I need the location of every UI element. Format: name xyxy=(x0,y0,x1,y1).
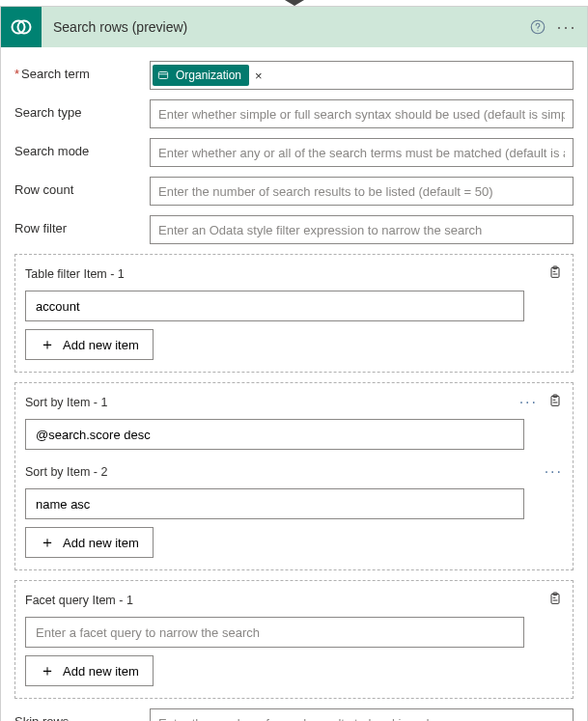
skip-rows-input[interactable] xyxy=(150,708,574,721)
plus-icon: ＋ xyxy=(40,337,55,352)
sort-by-group: Sort by Item - 1 ··· Sort by Item - 2 ··… xyxy=(14,382,574,570)
card-header: Search rows (preview) ··· xyxy=(1,7,587,47)
row-count-label: Row count xyxy=(14,177,150,197)
dynamic-token-organization[interactable]: Organization xyxy=(153,65,249,86)
row-filter-label: Row filter xyxy=(14,215,150,236)
dataverse-logo xyxy=(1,7,42,47)
facet-query-group: Facet query Item - 1 ＋Add new item xyxy=(14,580,574,699)
search-type-input[interactable] xyxy=(150,99,574,128)
add-table-filter-item-button[interactable]: ＋Add new item xyxy=(25,329,154,360)
item-menu-button[interactable]: ··· xyxy=(545,463,563,481)
clipboard-icon[interactable] xyxy=(547,264,563,283)
token-icon xyxy=(156,69,170,82)
row-filter-input[interactable] xyxy=(150,215,574,244)
add-facet-item-button[interactable]: ＋Add new item xyxy=(25,655,154,686)
sort-by-item-2-label: Sort by Item - 2 xyxy=(25,465,545,479)
plus-icon: ＋ xyxy=(40,535,55,550)
action-card: Search rows (preview) ··· *Search term O… xyxy=(0,6,588,721)
facet-item-1-input[interactable] xyxy=(25,617,524,648)
clipboard-icon[interactable] xyxy=(547,591,563,609)
search-term-input[interactable]: Organization × xyxy=(150,61,574,90)
clipboard-icon[interactable] xyxy=(547,393,563,411)
sort-by-item-1-label: Sort by Item - 1 xyxy=(25,396,519,409)
add-sort-by-item-button[interactable]: ＋Add new item xyxy=(25,527,154,558)
table-filter-item-1-label: Table filter Item - 1 xyxy=(25,267,547,281)
search-mode-label: Search mode xyxy=(14,138,150,158)
plus-icon: ＋ xyxy=(40,663,55,679)
table-filter-group: Table filter Item - 1 ＋Add new item xyxy=(14,254,574,373)
help-icon[interactable] xyxy=(525,14,550,40)
search-mode-input[interactable] xyxy=(150,138,574,167)
sort-by-item-1-input[interactable] xyxy=(25,419,524,450)
table-filter-item-1-input[interactable] xyxy=(25,291,524,321)
row-count-input[interactable] xyxy=(150,177,574,206)
search-type-label: Search type xyxy=(14,99,150,120)
skip-rows-label: Skip rows xyxy=(14,708,150,721)
card-body: *Search term Organization × Search type xyxy=(1,47,587,721)
search-term-label: *Search term xyxy=(14,61,150,81)
facet-item-1-label: Facet query Item - 1 xyxy=(25,594,547,607)
token-remove-button[interactable]: × xyxy=(255,69,263,83)
card-menu-button[interactable]: ··· xyxy=(554,14,579,40)
sort-by-item-2-input[interactable] xyxy=(25,488,524,519)
item-menu-button[interactable]: ··· xyxy=(519,394,538,411)
svg-point-3 xyxy=(537,30,538,31)
svg-rect-4 xyxy=(158,72,167,79)
card-title: Search rows (preview) xyxy=(42,19,521,35)
